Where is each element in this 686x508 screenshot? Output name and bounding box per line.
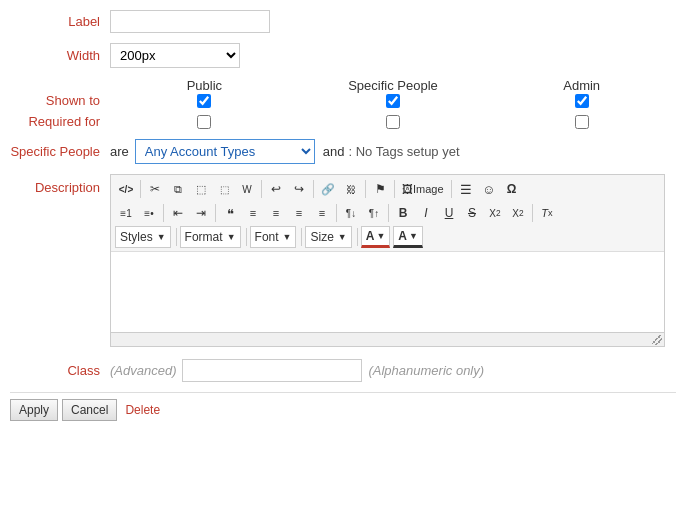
bold-btn[interactable]: B xyxy=(392,202,414,224)
width-select[interactable]: 200px 100px 300px 400px 500px xyxy=(110,43,240,68)
image-btn[interactable]: 🖼 Image xyxy=(398,178,448,200)
editor-toolbar: </> ✂ ⧉ ⬚ ⬚ W ↩ ↪ 🔗 ⛓ ⚑ 🖼 Image ☰ ☺ xyxy=(111,175,664,252)
tb-sep-9 xyxy=(336,204,337,222)
label-field-label: Label xyxy=(10,14,110,29)
class-input[interactable] xyxy=(182,359,362,382)
required-for-public-checkbox[interactable] xyxy=(197,115,211,129)
bg-color-arrow: ▼ xyxy=(409,231,418,241)
shown-to-specific-checkbox[interactable] xyxy=(386,94,400,108)
specific-people-select[interactable]: Any Account Types xyxy=(135,139,315,164)
align-full-btn[interactable]: ≡ xyxy=(311,202,333,224)
font-dropdown-label: Font xyxy=(255,230,279,244)
size-dropdown[interactable]: Size ▼ xyxy=(305,226,351,248)
font-color-label: A xyxy=(366,229,375,243)
align-right-btn[interactable]: ≡ xyxy=(288,202,310,224)
tb-sep-4 xyxy=(365,180,366,198)
anchor-btn[interactable]: ⚑ xyxy=(369,178,391,200)
blockquote-btn[interactable]: ❝ xyxy=(219,202,241,224)
tb-sep-8 xyxy=(215,204,216,222)
tb-sep-10 xyxy=(388,204,389,222)
undo-btn[interactable]: ↩ xyxy=(265,178,287,200)
link-btn[interactable]: 🔗 xyxy=(317,178,339,200)
tb-sep-11 xyxy=(532,204,533,222)
grid-header-row: Public Specific People Admin xyxy=(110,78,676,93)
resize-handle[interactable] xyxy=(652,335,662,345)
tb-sep-7 xyxy=(163,204,164,222)
styles-dropdown[interactable]: Styles ▼ xyxy=(115,226,171,248)
shown-to-specific-cell xyxy=(299,94,488,108)
cancel-button[interactable]: Cancel xyxy=(62,399,117,421)
specific-people-row: Specific People are Any Account Types an… xyxy=(10,139,676,164)
required-for-public-cell xyxy=(110,115,299,129)
toolbar-row-3: Styles ▼ Format ▼ Font ▼ Size ▼ xyxy=(115,226,660,248)
align-justify-btn[interactable]: ☰ xyxy=(455,178,477,200)
unordered-list-btn[interactable]: ≡• xyxy=(138,202,160,224)
source-btn[interactable]: </> xyxy=(115,178,137,200)
para-rtl-btn[interactable]: ¶↑ xyxy=(363,202,385,224)
tb-sep-14 xyxy=(301,228,302,246)
superscript-btn[interactable]: X2 xyxy=(507,202,529,224)
styles-dropdown-arrow: ▼ xyxy=(157,232,166,242)
editor-body[interactable] xyxy=(111,252,664,332)
sp-no-tags-text: : No Tags setup yet xyxy=(349,144,460,159)
tb-sep-1 xyxy=(140,180,141,198)
smiley-btn[interactable]: ☺ xyxy=(478,178,500,200)
class-note-text: (Alphanumeric only) xyxy=(368,363,484,378)
width-field-label: Width xyxy=(10,48,110,63)
align-left-btn[interactable]: ≡ xyxy=(242,202,264,224)
subscript-btn[interactable]: X2 xyxy=(484,202,506,224)
shown-to-public-checkbox[interactable] xyxy=(197,94,211,108)
font-color-btn[interactable]: A ▼ xyxy=(361,226,391,248)
required-for-admin-checkbox[interactable] xyxy=(575,115,589,129)
tb-sep-6 xyxy=(451,180,452,198)
tb-sep-2 xyxy=(261,180,262,198)
cut-btn[interactable]: ✂ xyxy=(144,178,166,200)
required-for-admin-cell xyxy=(487,115,676,129)
required-for-specific-cell xyxy=(299,115,488,129)
copy-btn[interactable]: ⧉ xyxy=(167,178,189,200)
description-section: Description </> ✂ ⧉ ⬚ ⬚ W ↩ ↪ 🔗 ⛓ ⚑ xyxy=(10,174,676,347)
special-char-btn[interactable]: Ω xyxy=(501,178,523,200)
redo-btn[interactable]: ↪ xyxy=(288,178,310,200)
styles-dropdown-label: Styles xyxy=(120,230,153,244)
align-center-btn[interactable]: ≡ xyxy=(265,202,287,224)
paste-word-btn[interactable]: W xyxy=(236,178,258,200)
specific-people-label: Specific People xyxy=(10,144,110,159)
remove-format-btn[interactable]: Tx xyxy=(536,202,558,224)
class-row: Class (Advanced) (Alphanumeric only) xyxy=(10,359,676,382)
toolbar-row-1: </> ✂ ⧉ ⬚ ⬚ W ↩ ↪ 🔗 ⛓ ⚑ 🖼 Image ☰ ☺ xyxy=(115,178,660,200)
format-dropdown-label: Format xyxy=(185,230,223,244)
col-specific-people: Specific People xyxy=(299,78,488,93)
outdent-btn[interactable]: ⇤ xyxy=(167,202,189,224)
format-dropdown-arrow: ▼ xyxy=(227,232,236,242)
tb-sep-15 xyxy=(357,228,358,246)
underline-btn[interactable]: U xyxy=(438,202,460,224)
format-dropdown[interactable]: Format ▼ xyxy=(180,226,241,248)
paste-btn[interactable]: ⬚ xyxy=(190,178,212,200)
permissions-grid: Public Specific People Admin Shown to Re… xyxy=(10,78,676,129)
tb-sep-13 xyxy=(246,228,247,246)
apply-button[interactable]: Apply xyxy=(10,399,58,421)
shown-to-admin-cell xyxy=(487,94,676,108)
delete-button[interactable]: Delete xyxy=(121,400,164,420)
editor-statusbar xyxy=(111,332,664,346)
unlink-btn[interactable]: ⛓ xyxy=(340,178,362,200)
ordered-list-btn[interactable]: ≡1 xyxy=(115,202,137,224)
size-dropdown-label: Size xyxy=(310,230,333,244)
strikethrough-btn[interactable]: S xyxy=(461,202,483,224)
label-input[interactable] xyxy=(110,10,270,33)
sp-and-text: and xyxy=(323,144,345,159)
shown-to-row: Shown to xyxy=(10,93,676,108)
required-for-specific-checkbox[interactable] xyxy=(386,115,400,129)
bg-color-btn[interactable]: A ▼ xyxy=(393,226,423,248)
shown-to-admin-checkbox[interactable] xyxy=(575,94,589,108)
class-advanced-text: (Advanced) xyxy=(110,363,176,378)
col-admin: Admin xyxy=(487,78,676,93)
italic-btn[interactable]: I xyxy=(415,202,437,224)
shown-to-public-cell xyxy=(110,94,299,108)
indent-btn[interactable]: ⇥ xyxy=(190,202,212,224)
paste-text-btn[interactable]: ⬚ xyxy=(213,178,235,200)
para-ltr-btn[interactable]: ¶↓ xyxy=(340,202,362,224)
action-row: Apply Cancel Delete xyxy=(10,392,676,421)
font-dropdown[interactable]: Font ▼ xyxy=(250,226,297,248)
